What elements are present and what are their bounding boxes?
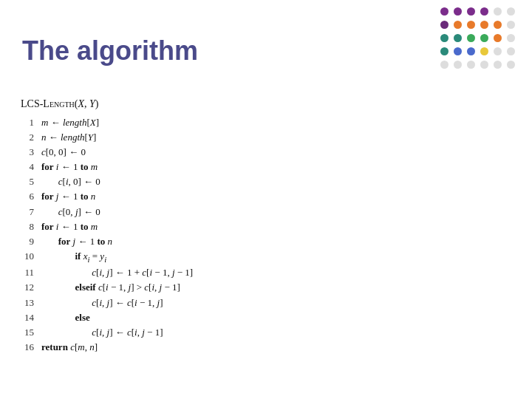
algo-line-7: 7 c[0, j] ← 0 [21,205,193,219]
algorithm-header: LCS-Length(X, Y) [21,96,193,112]
dot [467,7,475,16]
dot [494,47,502,55]
dot [454,47,462,55]
dot [454,7,462,16]
dot [467,47,475,55]
algorithm-lines: 1 m ← length[X] 2 n ← length[Y] 3 c[0, 0… [21,115,193,355]
dot [454,34,462,42]
algo-line-2: 2 n ← length[Y] [21,130,193,145]
algo-line-3: 3 c[0, 0] ← 0 [21,145,193,160]
page-title: The algorithm [22,35,198,66]
dot [467,34,475,42]
algo-line-8: 8 for i ← 1 to m [21,219,193,234]
dot [440,34,449,42]
dot [507,47,515,55]
algo-line-6: 6 for j ← 1 to n [21,189,193,204]
dot [507,61,515,69]
dot [480,7,488,16]
algo-params: (X, Y) [75,98,99,109]
dot [480,34,488,42]
dot [480,21,488,29]
dot [494,34,502,42]
dot [467,21,475,29]
algo-line-16: 16 return c[m, n] [21,340,193,355]
dot [480,47,488,55]
decoration-dots [440,7,517,71]
dot [494,61,502,69]
dot [507,34,515,42]
dot [440,21,449,29]
dot [454,61,462,69]
algo-line-14: 14 else [21,310,193,325]
dot [494,7,502,16]
dot [440,47,449,55]
algo-line-9: 9 for j ← 1 to n [21,234,193,249]
dot [507,21,515,29]
algo-line-4: 4 for i ← 1 to m [21,160,193,174]
dot [507,7,515,16]
dot [467,61,475,69]
dot [494,21,502,29]
dot [440,61,449,69]
dot [454,21,462,29]
dot [480,61,488,69]
algo-line-5: 5 c[i, 0] ← 0 [21,174,193,189]
algo-line-15: 15 c[i, j] ← c[i, j − 1] [21,325,193,340]
algo-line-1: 1 m ← length[X] [21,115,193,130]
algo-line-13: 13 c[i, j] ← c[i − 1, j] [21,296,193,310]
algo-line-11: 11 c[i, j] ← 1 + c[i − 1, j − 1] [21,265,193,280]
dot [440,7,449,16]
algo-line-12: 12 elseif c[i − 1, j] > c[i, j − 1] [21,280,193,295]
algorithm-content: LCS-Length(X, Y) 1 m ← length[X] 2 n ← l… [21,96,193,355]
algo-line-10: 10 if xi = yi [21,249,193,265]
algo-name: LCS-Length [21,98,75,109]
